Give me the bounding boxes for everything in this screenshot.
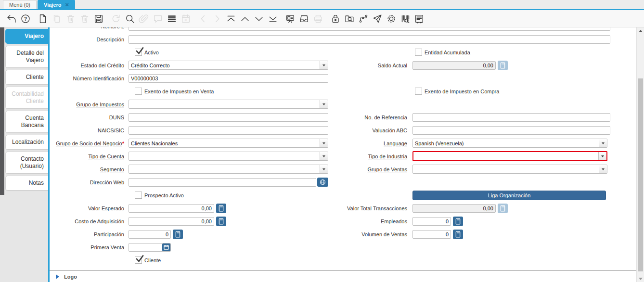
undo-icon[interactable] [6, 13, 17, 25]
chevron-down-icon[interactable] [599, 165, 607, 173]
naics-sic-input[interactable] [129, 126, 328, 135]
scroll-down-icon[interactable] [637, 275, 644, 282]
chevron-down-icon[interactable] [320, 152, 328, 160]
direccion-web-input[interactable] [129, 178, 316, 187]
participacion-input[interactable] [129, 230, 171, 239]
window-tab-menu[interactable]: Menú (0) [3, 0, 37, 9]
calendar-icon [180, 13, 192, 25]
logo-section-header[interactable]: Logo [50, 270, 636, 282]
costo-adquisicion-input[interactable] [129, 217, 214, 226]
entidad-acumulada-checkbox[interactable] [415, 49, 422, 56]
row-valor-esperado: Valor Esperado Valor Total Transacciones [50, 202, 636, 215]
empleados-input[interactable] [412, 217, 451, 226]
grupo-socio-input[interactable] [129, 139, 320, 147]
prospecto-activo-checkbox[interactable] [135, 192, 142, 199]
window-tabbar: Menú (0) Viajero × [0, 0, 644, 10]
chevron-down-icon[interactable] [599, 139, 607, 147]
language-input[interactable] [413, 139, 599, 147]
parent-record-icon[interactable] [239, 13, 251, 25]
activo-checkbox[interactable] [135, 49, 142, 56]
chevron-down-icon[interactable] [598, 152, 606, 160]
chevron-down-icon[interactable] [320, 139, 328, 147]
sidebar-tab-detalle-del-viajero[interactable]: Detalle del Viajero [5, 46, 48, 68]
field-label: Valuación ABC [333, 128, 410, 133]
chevron-down-icon[interactable] [320, 100, 328, 108]
checkbox-label: Cliente [144, 257, 161, 263]
window-tab-label: Viajero [44, 2, 62, 8]
help-icon[interactable] [20, 13, 31, 25]
row-duns: DUNS No. de Referencia [50, 111, 636, 124]
cliente-checkbox[interactable] [135, 256, 142, 264]
tipo-industria-link-label[interactable]: Tipo de Industria [333, 154, 410, 159]
chevron-down-icon[interactable] [320, 165, 328, 173]
grid-toggle-icon[interactable] [166, 13, 178, 25]
tipo-cuenta-link-label[interactable]: Tipo de Cuenta [50, 154, 127, 159]
grupo-impuestos-link-label[interactable]: Grupo de Impuestos [50, 102, 127, 107]
grupo-impuestos-input[interactable] [129, 100, 320, 108]
language-link-label[interactable]: Language [333, 141, 410, 146]
detail-record-icon[interactable] [253, 13, 265, 25]
sidebar-tab-contacto-usuario[interactable]: Contacto (Usuario) [5, 152, 48, 174]
field-label: Participación [50, 231, 127, 237]
no-referencia-input[interactable] [412, 113, 610, 122]
liga-organizacion-button[interactable]: Liga Organización [412, 191, 606, 200]
calculator-icon[interactable] [173, 230, 183, 239]
calculator-icon[interactable] [216, 217, 226, 226]
vertical-scrollbar[interactable] [636, 27, 644, 282]
grupo-socio-link-label[interactable]: Grupo de Socio del Negocio* [50, 141, 127, 146]
valuacion-abc-input[interactable] [412, 126, 610, 135]
grupo-ventas-input[interactable] [413, 165, 599, 173]
new-record-icon[interactable] [37, 13, 49, 25]
exento-venta-checkbox[interactable] [135, 88, 142, 95]
duns-input[interactable] [129, 113, 328, 122]
tipo-industria-input[interactable] [413, 152, 598, 160]
expand-section-icon[interactable] [56, 274, 59, 279]
calendar-picker-icon[interactable] [162, 244, 170, 251]
row-costo: Costo de Adquisición Empleados [50, 215, 636, 228]
close-tab-icon[interactable]: × [65, 2, 69, 7]
estado-credito-input[interactable] [129, 61, 320, 69]
sidebar-tab-localizacion[interactable]: Localización [5, 135, 48, 150]
volumen-ventas-input[interactable] [412, 230, 451, 239]
product-info-icon[interactable] [399, 13, 411, 25]
sidebar-tab-cliente[interactable]: Cliente [5, 70, 48, 85]
archive-icon[interactable] [298, 13, 310, 25]
delete-selection-icon [79, 13, 90, 25]
last-record-icon[interactable] [267, 13, 279, 25]
nombre2-input[interactable] [129, 27, 610, 31]
sidebar-tab-label: Detalle del Viajero [16, 50, 44, 64]
calculator-icon[interactable] [453, 230, 463, 239]
first-record-icon[interactable] [225, 13, 237, 25]
grupo-socio-combobox [129, 139, 328, 148]
find-icon[interactable] [124, 13, 136, 25]
window-tab-viajero[interactable]: Viajero × [38, 0, 75, 9]
segmento-link-label[interactable]: Segmento [50, 167, 127, 172]
export-icon[interactable] [413, 13, 425, 25]
sidebar-tab-viajero[interactable]: Viajero [5, 29, 48, 44]
scroll-up-icon[interactable] [637, 27, 644, 34]
exento-compra-checkbox[interactable] [415, 88, 422, 95]
numero-identificacion-input[interactable] [129, 74, 328, 83]
segmento-input[interactable] [129, 165, 320, 173]
next-record-icon [211, 13, 223, 25]
scrollbar-thumb[interactable] [638, 78, 643, 271]
workflow-icon[interactable] [358, 13, 369, 25]
report-icon[interactable] [284, 13, 296, 25]
descripcion-input[interactable] [129, 35, 610, 44]
globe-icon[interactable] [317, 178, 328, 187]
lock-icon[interactable] [330, 13, 341, 25]
request-icon[interactable] [372, 13, 383, 25]
preferences-icon[interactable] [386, 13, 397, 25]
calculator-icon[interactable] [453, 217, 463, 226]
calculator-icon[interactable] [216, 204, 226, 213]
valor-esperado-input[interactable] [129, 204, 214, 213]
sidebar-tab-notas[interactable]: Notas [5, 176, 48, 191]
sidebar-tab-label: Notas [29, 179, 44, 186]
zoom-across-icon[interactable] [344, 13, 355, 25]
chevron-down-icon[interactable] [320, 61, 328, 69]
row-participacion: Participación Volumen de Ventas [50, 228, 636, 241]
grupo-ventas-link-label[interactable]: Grupo de Ventas [333, 167, 410, 172]
save-icon[interactable] [93, 13, 104, 25]
sidebar-tab-cuenta-bancaria[interactable]: Cuenta Bancaria [5, 111, 48, 133]
tipo-cuenta-input[interactable] [129, 152, 320, 160]
